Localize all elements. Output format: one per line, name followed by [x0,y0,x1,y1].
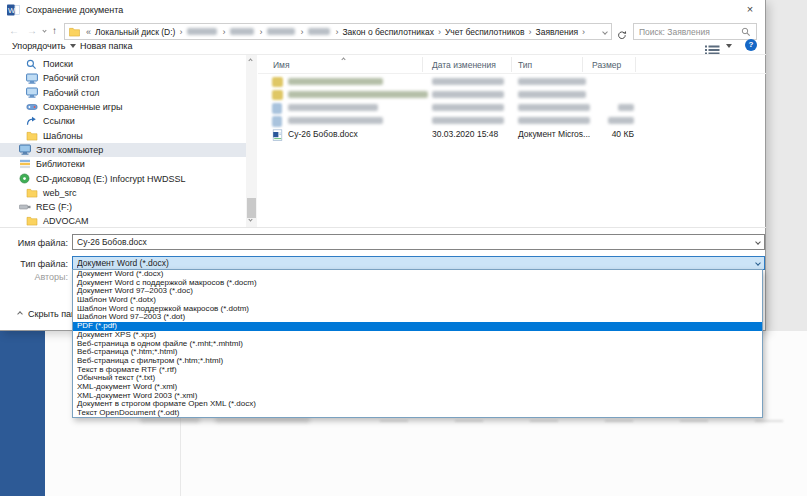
usb-drive-icon [18,203,31,211]
tree-item-label: Шаблоны [43,131,83,141]
tree-item-web-src[interactable]: web_src [0,186,246,200]
file-type-select[interactable]: Документ Word (*.docx) [72,256,765,270]
blurred-text [288,78,383,85]
recent-locations-chevron-icon[interactable] [42,28,46,32]
file-type-option[interactable]: Текст в формате RTF (*.rtf) [73,366,762,375]
chevron-up-icon [17,311,23,317]
forward-button[interactable]: → [27,25,37,37]
close-button[interactable]: × [742,3,758,16]
help-button[interactable]: ? [745,39,757,51]
address-dropdown-chevron-icon[interactable] [602,29,608,35]
column-divider[interactable] [422,57,423,72]
file-type-value: Документ Word (*.docx) [77,258,756,268]
tree-item-label: Рабочий стол [43,88,100,98]
folder-icon [25,216,38,226]
file-type-option[interactable]: Документ Word 97–2003 (*.doc) [73,287,762,296]
file-type-dropdown-list: Документ Word (*.docx) Документ Word с п… [72,269,763,418]
blurred-text [432,117,504,124]
tree-item-label: ADVOCAM [43,216,89,226]
column-header-size[interactable]: Размер [592,60,621,70]
search-icon[interactable] [741,27,751,37]
file-type-option[interactable]: Текст OpenDocument (*.odt) [73,409,762,418]
desktop-icon [25,87,38,98]
tree-item-saved-games[interactable]: Сохраненные игры [0,100,246,114]
chevron-down-icon[interactable] [755,260,761,266]
breadcrumb-blurred[interactable] [267,28,295,35]
tree-item-templates[interactable]: Шаблоны [0,128,246,142]
scrollbar-thumb[interactable] [247,198,256,218]
folder-icon [69,27,80,37]
file-name-value: Су-26 Бобов.docx [77,237,756,247]
breadcrumb-zayavleniya-folder[interactable]: Заявления [536,27,579,37]
file-date: 30.03.2020 15:48 [432,129,498,139]
file-row-blurred[interactable] [258,76,766,89]
links-icon [25,116,38,126]
file-row-blurred[interactable] [258,89,766,102]
refresh-icon[interactable] [617,26,627,44]
up-button[interactable]: ↑ [52,25,57,37]
tree-item-label: REG (F:) [36,202,72,212]
blurred-text [432,91,504,98]
new-folder-button[interactable]: Новая папка [80,41,132,51]
desktop-icon [25,73,38,84]
folder-icon [272,77,283,87]
tree-item-desktop-2[interactable]: Рабочий стол [0,86,246,100]
back-button[interactable]: ← [9,25,19,37]
background-gridline [530,420,558,422]
breadcrumb-overflow[interactable]: « [86,27,91,37]
breadcrumb-blurred[interactable] [187,28,217,35]
tree-item-label: Сохраненные игры [43,102,123,112]
column-divider[interactable] [635,57,636,72]
tree-item-label: web_src [43,188,77,198]
file-row-blurred[interactable] [258,115,766,128]
tree-item-cd-drive[interactable]: CD-дисковод (E:) Infocrypt HWDSSL [0,171,246,185]
column-divider[interactable] [511,57,512,72]
background-gridline [755,420,783,422]
tree-item-label: Этот компьютер [36,145,103,155]
address-bar[interactable]: « Локальный диск (D:) › › › › › Закон о … [64,23,612,40]
tree-item-poiski[interactable]: Поиски [0,57,246,71]
scroll-down-icon[interactable] [248,217,252,221]
tree-scrollbar[interactable] [246,55,257,227]
file-row-blurred[interactable] [258,102,766,115]
file-name-input[interactable]: Су-26 Бобов.docx [72,234,765,250]
blurred-text [432,78,504,85]
view-mode-chevron-icon[interactable] [726,44,732,48]
word-doc-icon [272,129,283,143]
blurred-text [618,104,634,111]
tree-item-label: CD-дисковод (E:) Infocrypt HWDSSL [36,174,186,184]
background-text-remnant [215,418,310,422]
breadcrumb-uchet-folder[interactable]: Учет беспилотников [445,27,525,37]
breadcrumb-separator: › [582,27,585,37]
tree-item-libraries[interactable]: Библиотеки [0,157,246,171]
organize-dropdown-icon [70,44,76,48]
tree-item-desktop-1[interactable]: Рабочий стол [0,71,246,85]
tree-item-this-pc[interactable]: Этот компьютер [0,143,246,157]
file-row-su26[interactable]: Су-26 Бобов.docx 30.03.2020 15:48 Докуме… [258,128,766,141]
breadcrumb-blurred[interactable] [308,28,330,35]
tree-item-links[interactable]: Ссылки [0,114,246,128]
breadcrumb-law-folder[interactable]: Закон о беспилотниках [342,27,433,37]
dialog-title: Сохранение документа [26,5,123,15]
content-divider [0,227,766,228]
chevron-down-icon[interactable] [755,239,761,245]
file-type-option[interactable]: Шаблон Word 97–2003 (*.dot) [73,313,762,322]
word-app-icon: W [7,4,20,16]
file-type-label: Тип файла: [0,259,68,269]
column-header-type[interactable]: Тип [518,60,532,70]
tree-item-reg-drive[interactable]: REG (F:) [0,200,246,214]
blurred-text [518,117,590,124]
column-header-date[interactable]: Дата изменения [432,60,496,70]
file-list: Имя Дата изменения Тип Размер [258,55,766,227]
organize-button[interactable]: Упорядочить [12,41,76,51]
file-list-header: Имя Дата изменения Тип Размер [258,55,766,74]
breadcrumb-separator: › [529,27,532,37]
file-type-option-pdf[interactable]: PDF (*.pdf) [73,322,762,331]
column-divider[interactable] [582,57,583,72]
scroll-up-icon[interactable] [248,58,252,62]
breadcrumb-disk[interactable]: Локальный диск (D:) [95,27,175,37]
word-doc-icon [272,103,282,114]
search-input[interactable]: Поиск: Заявления [633,23,757,40]
breadcrumb-blurred[interactable] [230,28,254,35]
column-header-name[interactable]: Имя [273,60,290,70]
